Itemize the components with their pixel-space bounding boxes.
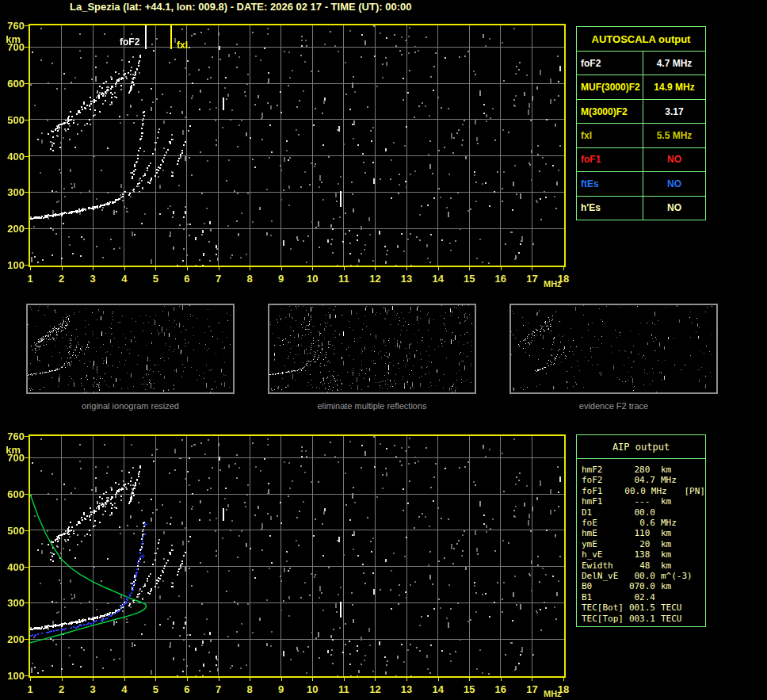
parameter-value: NO xyxy=(643,148,705,171)
thumbnail-original-ionogram xyxy=(26,304,235,394)
aip-row: ymE20 km xyxy=(582,539,705,549)
thumbnail-caption-original: original ionogram resized xyxy=(26,401,235,411)
aip-row: D100.0 xyxy=(582,507,705,518)
x-tick-mark xyxy=(469,678,470,681)
aip-row: TEC[Top]003.1TECU xyxy=(582,614,705,624)
x-tick-label: 11 xyxy=(334,273,353,285)
x-tick-mark xyxy=(312,678,313,681)
thumbnail-eliminate-reflections xyxy=(268,304,476,394)
parameter-flag: [PN] xyxy=(685,486,706,496)
aip-row: h_vE138 km xyxy=(582,549,705,560)
parameter-label: MUF(3000)F2 xyxy=(577,75,643,98)
autoscala-row: MUF(3000)F214.9 MHz xyxy=(577,75,705,99)
parameter-value: 3.17 xyxy=(643,100,705,123)
parameter-name: hmF1 xyxy=(582,496,624,507)
x-tick-label: 4 xyxy=(115,683,134,695)
y-tick-mark xyxy=(25,228,29,229)
x-tick-label: 13 xyxy=(397,273,416,285)
autoscala-row: foF24.7 MHz xyxy=(577,52,705,75)
x-tick-label: 4 xyxy=(115,273,134,285)
x-tick-mark xyxy=(563,678,564,681)
parameter-value: 00.0 xyxy=(624,507,655,518)
x-tick-label: 9 xyxy=(272,273,291,285)
x-tick-label: 2 xyxy=(52,273,71,285)
parameter-value: 14.9 MHz xyxy=(643,75,705,98)
parameter-name: TEC[Bot] xyxy=(582,602,624,613)
parameter-label: M(3000)F2 xyxy=(577,100,643,123)
x-tick-label: 5 xyxy=(146,273,165,285)
x-tick-label: 2 xyxy=(52,683,71,695)
y-tick-mark xyxy=(25,567,29,568)
aip-output-table: AIP output hmF2280 kmfoF204.7MHzfoF100.0… xyxy=(576,434,706,627)
x-tick-label: 5 xyxy=(146,683,165,695)
x-tick-label: 3 xyxy=(83,273,102,285)
aip-row: foF204.7MHz xyxy=(582,475,705,485)
y-tick-mark xyxy=(25,494,29,495)
parameter-value: 280 xyxy=(624,465,655,475)
y-tick-label: 400 xyxy=(0,561,25,573)
x-tick-label: 12 xyxy=(365,683,384,695)
x-tick-mark xyxy=(155,678,156,681)
x-tick-label: 1 xyxy=(21,683,40,695)
x-tick-mark xyxy=(375,267,376,270)
x-tick-mark xyxy=(187,678,188,681)
parameter-value: 001.5 xyxy=(624,602,655,613)
ionogram-canvas-profile xyxy=(30,436,564,676)
thumbnail-caption-evidence: evidence F2 trace xyxy=(509,401,718,411)
parameter-label: fxI xyxy=(577,124,643,147)
x-tick-label: 16 xyxy=(491,683,510,695)
parameter-value: 5.5 MHz xyxy=(643,124,705,147)
parameter-value: 00.0 xyxy=(618,486,646,496)
x-tick-mark xyxy=(93,267,93,270)
x-tick-mark xyxy=(281,678,282,681)
parameter-value: --- xyxy=(624,496,655,507)
autoscala-row: foF1NO xyxy=(577,148,705,172)
ionogram-canvas-main xyxy=(30,25,564,266)
parameter-label: foF1 xyxy=(577,148,643,171)
thumbnail-canvas-original xyxy=(28,305,233,392)
parameter-value: 00.0 xyxy=(624,571,655,581)
parameter-name: foE xyxy=(582,518,624,528)
aip-table-header: AIP output xyxy=(577,435,705,459)
y-tick-label: 400 xyxy=(0,151,25,163)
y-tick-mark xyxy=(25,83,29,84)
x-tick-mark xyxy=(344,678,345,681)
y-tick-mark xyxy=(25,457,29,458)
x-tick-label: 15 xyxy=(460,683,479,695)
x-tick-mark xyxy=(375,678,376,681)
y-tick-mark xyxy=(25,25,29,26)
x-tick-label: 10 xyxy=(303,683,322,695)
x-tick-mark xyxy=(438,267,439,270)
x-tick-label: 8 xyxy=(240,683,259,695)
x-tick-mark xyxy=(469,267,470,270)
y-tick-mark xyxy=(25,602,29,603)
thumbnail-caption-eliminate: eliminate multiple reflections xyxy=(268,401,476,411)
x-tick-mark xyxy=(281,267,282,270)
y-axis-unit: km xyxy=(0,444,21,456)
x-tick-mark xyxy=(30,678,31,681)
thumbnail-evidence-f2 xyxy=(509,304,718,394)
ionogram-plot-profile xyxy=(29,434,566,678)
x-tick-label: 6 xyxy=(177,273,197,285)
x-tick-mark xyxy=(124,267,125,270)
parameter-value: 003.1 xyxy=(624,614,655,624)
x-tick-label: 12 xyxy=(365,273,384,285)
autoscala-table-rows: foF24.7 MHzMUF(3000)F214.9 MHzM(3000)F23… xyxy=(577,52,705,220)
y-tick-mark xyxy=(25,192,29,193)
y-tick-label: 100 xyxy=(0,259,25,271)
parameter-value: 20 xyxy=(624,539,655,549)
parameter-unit: m^(-3) xyxy=(661,571,699,581)
x-tick-label: 14 xyxy=(429,683,448,695)
x-tick-mark xyxy=(219,267,219,270)
parameter-unit: km xyxy=(661,560,699,571)
x-tick-mark xyxy=(62,267,63,270)
aip-row: B102.4 xyxy=(582,592,705,602)
aip-row: TEC[Bot]001.5TECU xyxy=(582,602,705,613)
aip-row: foF100.0MHz[PN] xyxy=(582,486,705,496)
parameter-unit: km xyxy=(661,465,699,475)
x-tick-label: 1 xyxy=(21,273,40,285)
x-tick-mark xyxy=(406,267,407,270)
x-tick-label: 17 xyxy=(522,273,541,285)
y-tick-mark xyxy=(25,530,29,531)
x-tick-label: 8 xyxy=(240,273,259,285)
